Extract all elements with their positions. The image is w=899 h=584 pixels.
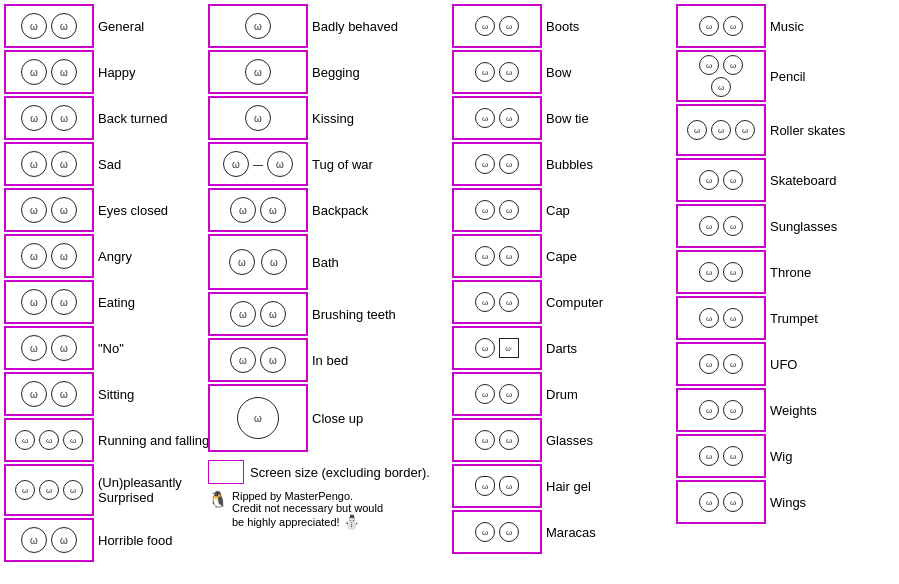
sprite-box-brushing-teeth [208, 292, 308, 336]
cat-sprite [245, 59, 271, 85]
label-wig: Wig [770, 449, 792, 464]
cat-sprite [51, 289, 77, 315]
row-trumpet: Trumpet [676, 296, 891, 340]
cat-sprite [699, 354, 719, 374]
sprite-box-maracas [452, 510, 542, 554]
cat-sprite [21, 197, 47, 223]
row-wig: Wig [676, 434, 891, 478]
cat-sprite [475, 476, 495, 496]
cat-sprite [21, 151, 47, 177]
sprite-box-eating [4, 280, 94, 324]
row-backpack: Backpack [208, 188, 448, 232]
sprite-box-running [4, 418, 94, 462]
row-darts: · Darts [452, 326, 672, 370]
sprite-box-boots [452, 4, 542, 48]
row-sitting: Sitting [4, 372, 204, 416]
sprite-box-backpack [208, 188, 308, 232]
label-begging: Begging [312, 65, 360, 80]
label-happy: Happy [98, 65, 136, 80]
cat-sprite [267, 151, 293, 177]
cat-sprite [699, 308, 719, 328]
cat-sprite [39, 430, 59, 450]
cat-sprite [499, 246, 519, 266]
row-ufo: UFO [676, 342, 891, 386]
label-eating: Eating [98, 295, 135, 310]
sprite-box-eyes-closed [4, 188, 94, 232]
cat-sprite [21, 289, 47, 315]
label-general: General [98, 19, 144, 34]
row-music: Music [676, 4, 891, 48]
sprite-box-music [676, 4, 766, 48]
row-eyes-closed: Eyes closed [4, 188, 204, 232]
cat-sprite [723, 308, 743, 328]
label-bow: Bow [546, 65, 571, 80]
label-angry: Angry [98, 249, 132, 264]
cat-sprite [499, 108, 519, 128]
screen-size-box [208, 460, 244, 484]
cat-sprite [723, 354, 743, 374]
cat-sprite [687, 120, 707, 140]
cat-sprite [260, 197, 286, 223]
cat-sprite [499, 522, 519, 542]
row-in-bed: In bed [208, 338, 448, 382]
cat-sprite [735, 120, 755, 140]
cat-sprite [245, 105, 271, 131]
row-glasses: Glasses [452, 418, 672, 462]
cat-sprite [499, 200, 519, 220]
row-bath: Bath [208, 234, 448, 290]
sprite-box-horrible-food [4, 518, 94, 562]
column-behaviors: Badly behaved Begging Kissing — [208, 4, 448, 562]
label-no: "No" [98, 341, 124, 356]
label-drum: Drum [546, 387, 578, 402]
cat-sprite [475, 338, 495, 358]
snowman-icon: ⛄ [343, 514, 360, 530]
label-bath: Bath [312, 255, 339, 270]
row-wings: Wings [676, 480, 891, 524]
column-accessories: Boots Bow Bow tie [452, 4, 672, 562]
label-computer: Computer [546, 295, 603, 310]
cat-sprite [21, 335, 47, 361]
sprite-box-darts: · [452, 326, 542, 370]
cat-sprite [51, 335, 77, 361]
cat-sprite: · [499, 338, 519, 358]
row-pencil: Pencil [676, 50, 891, 102]
sprite-box-badly-behaved [208, 4, 308, 48]
sprite-box-angry [4, 234, 94, 278]
sprite-box-sunglasses [676, 204, 766, 248]
cat-sprite [723, 216, 743, 236]
cat-sprite [21, 13, 47, 39]
row-weights: Weights [676, 388, 891, 432]
cat-sprite [475, 522, 495, 542]
row-bow: Bow [452, 50, 672, 94]
row-happy: Happy [4, 50, 204, 94]
cat-sprite [723, 492, 743, 512]
row-running: Running and falling [4, 418, 204, 462]
row-eating: Eating [4, 280, 204, 324]
sprite-box-bubbles [452, 142, 542, 186]
label-horrible-food: Horrible food [98, 533, 172, 548]
sprite-box-cape [452, 234, 542, 278]
label-sad: Sad [98, 157, 121, 172]
cat-sprite [711, 120, 731, 140]
label-backpack: Backpack [312, 203, 368, 218]
cat-sprite [475, 430, 495, 450]
sprite-box-weights [676, 388, 766, 432]
row-angry: Angry [4, 234, 204, 278]
row-bubbles: Bubbles [452, 142, 672, 186]
row-boots: Boots [452, 4, 672, 48]
cat-sprite [51, 105, 77, 131]
row-hair-gel: Hair gel [452, 464, 672, 508]
sprite-box-happy [4, 50, 94, 94]
cat-sprite [475, 384, 495, 404]
row-surprised: (Un)pleasantlySurprised [4, 464, 204, 516]
row-throne: Throne [676, 250, 891, 294]
label-hair-gel: Hair gel [546, 479, 591, 494]
label-wings: Wings [770, 495, 806, 510]
cat-sprite [499, 16, 519, 36]
sprite-box-cap [452, 188, 542, 232]
screen-size-label: Screen size (excluding border). [250, 465, 430, 480]
label-brushing-teeth: Brushing teeth [312, 307, 396, 322]
cat-sprite [699, 216, 719, 236]
label-eyes-closed: Eyes closed [98, 203, 168, 218]
row-kissing: Kissing [208, 96, 448, 140]
